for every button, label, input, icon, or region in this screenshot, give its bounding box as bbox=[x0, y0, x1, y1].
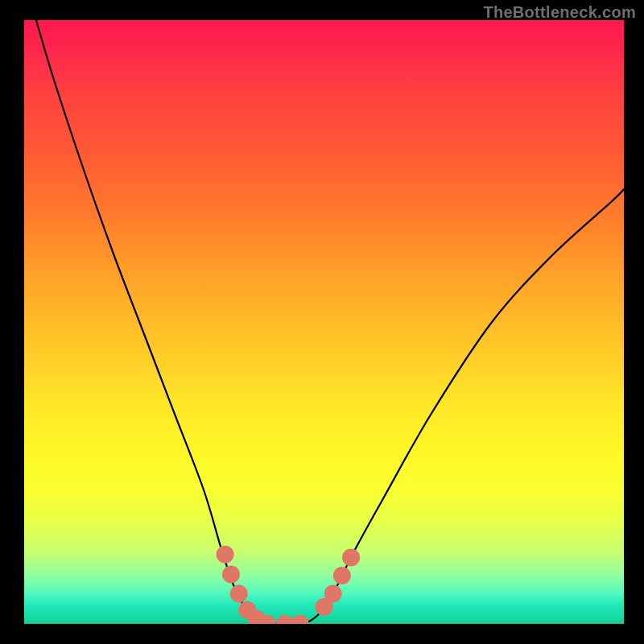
highlight-marker bbox=[276, 615, 294, 624]
curve-layer bbox=[24, 20, 624, 624]
highlight-marker bbox=[217, 546, 234, 564]
highlight-marker bbox=[342, 549, 360, 567]
highlight-marker bbox=[230, 585, 248, 603]
highlight-marker bbox=[324, 585, 342, 603]
plot-area bbox=[24, 20, 624, 624]
chart-frame: TheBottleneck.com bbox=[0, 0, 644, 644]
highlight-marker bbox=[222, 566, 240, 584]
highlight-marker bbox=[333, 567, 351, 584]
main-curve bbox=[36, 20, 624, 624]
watermark-label: TheBottleneck.com bbox=[483, 3, 636, 22]
highlight-marker bbox=[291, 615, 309, 624]
